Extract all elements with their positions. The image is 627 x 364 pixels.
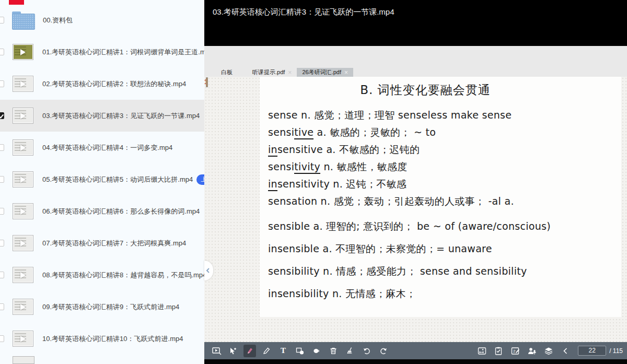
redo-icon[interactable]: [377, 345, 390, 357]
checkbox[interactable]: [0, 17, 4, 24]
file-name: 10.考研英语核心词汇精讲10：飞跃式前进.mp4: [42, 334, 183, 344]
file-name: 02.考研英语核心词汇精讲2：联想法的秘诀.mp4: [42, 79, 186, 89]
close-tab-icon[interactable]: ×: [288, 69, 292, 76]
list-item-00-folder[interactable]: 00.资料包: [0, 4, 204, 36]
clear-broom-icon[interactable]: [344, 345, 356, 357]
laser-pointer-icon[interactable]: [310, 345, 323, 357]
video-thumbnail: [13, 139, 33, 156]
file-name: 04.考研英语核心词汇精讲4：一词多变.mp4: [42, 143, 172, 152]
play-icon: [20, 177, 26, 183]
shapes-icon[interactable]: [294, 345, 306, 357]
list-item-01[interactable]: 01.考研英语核心词汇精讲1：词根词缀背单词是王道.mp4: [0, 36, 204, 68]
file-name: 07.考研英语核心词汇精讲7：大把词根真爽.mp4: [42, 239, 186, 248]
vocab-line: insensitivity n. 迟钝；不敏感: [268, 178, 614, 195]
vocab-line: sense n. 感觉；道理；理智 senseless make sense: [268, 109, 614, 126]
vocab-line: insensible a. 不理智的；未察觉的；= unaware: [268, 234, 614, 257]
player-sub-header: [204, 46, 627, 68]
pencil-icon[interactable]: [260, 345, 273, 357]
video-thumbnail: [13, 267, 33, 283]
pages-stack-icon[interactable]: [542, 345, 555, 357]
video-thumbnail: [13, 108, 33, 124]
tab-whiteboard[interactable]: 白板: [204, 68, 247, 77]
text-tool-icon[interactable]: T: [277, 345, 289, 357]
scrollbar-thumb[interactable]: [206, 77, 208, 87]
file-name: 01.考研英语核心词汇精讲1：词根词缀背单词是王道.mp4: [42, 48, 204, 57]
vocab-line: insensibility n. 无情感；麻木；: [268, 279, 614, 302]
list-item-10[interactable]: 10.考研英语核心词汇精讲10：飞跃式前进.mp4: [0, 323, 204, 355]
player-panel: 03.考研英语核心词汇精讲3：见证飞跃的一节课.mp4 白板 听课提示.pdf …: [204, 0, 627, 364]
checkbox[interactable]: [0, 335, 4, 342]
pen-tool-active-icon[interactable]: [243, 345, 256, 357]
checkbox[interactable]: [0, 144, 4, 151]
play-icon: [20, 240, 26, 246]
checkbox[interactable]: [0, 49, 4, 55]
video-thumbnail: [13, 76, 33, 92]
close-tab-icon[interactable]: ×: [344, 69, 348, 76]
vocab-line: sensation n. 感觉；轰动；引起轰动的人或事； -al a.: [268, 195, 614, 212]
list-item-08[interactable]: 08.考研英语核心词汇精讲8：越背越容易，不是吗.mp4: [0, 259, 204, 291]
checkbox-checked[interactable]: [0, 112, 4, 119]
task-clipboard-icon[interactable]: [492, 345, 505, 357]
checkbox[interactable]: [0, 208, 4, 215]
video-thumbnail: [13, 44, 33, 60]
vocab-line: insensitive a. 不敏感的；迟钝的: [268, 143, 614, 160]
vocab-line: sensible a. 理智的; 意识到的； be ~ of (aware/co…: [268, 212, 614, 234]
checkbox[interactable]: [0, 272, 4, 278]
play-icon: [20, 81, 26, 87]
list-item-07[interactable]: 07.考研英语核心词汇精讲7：大把词根真爽.mp4: [0, 227, 204, 259]
select-cursor-icon[interactable]: [227, 345, 239, 357]
file-name: 03.考研英语核心词汇精讲3：见证飞跃的一节课.mp4: [42, 111, 200, 121]
file-name: 08.考研英语核心词汇精讲8：越背越容易，不是吗.mp4: [42, 271, 204, 280]
list-item-06[interactable]: 06.考研英语核心词汇精讲6：那么多长得像的词.mp4: [0, 195, 204, 227]
checkbox[interactable]: [0, 80, 4, 87]
video-thumbnail: [13, 171, 33, 187]
participants-mic-icon[interactable]: [526, 345, 538, 357]
document-tabbar: 白板 听课提示.pdf × 26考研词汇.pdf ×: [204, 68, 627, 77]
bottom-black-strip: [204, 359, 627, 364]
list-item-09[interactable]: 09.考研英语核心词汇精讲9：飞跃式前进.mp4: [0, 291, 204, 323]
slide-title: B. 词性变化要融会贯通: [268, 82, 583, 98]
partial-next-thumbnail: [13, 356, 34, 364]
video-title: 03.考研英语核心词汇精讲3：见证飞跃的一节课.mp4: [213, 7, 394, 17]
video-thumbnail: [13, 235, 33, 251]
svg-text:2: 2: [513, 348, 516, 353]
checkbox[interactable]: [0, 176, 4, 183]
play-icon: [20, 145, 26, 151]
file-name: 05.考研英语核心词汇精讲5：动词后缀大比拼.mp4上次: [42, 174, 204, 185]
slides-play-icon[interactable]: [210, 345, 223, 357]
last-watched-badge: 上次: [196, 174, 204, 185]
checkbox[interactable]: [0, 303, 4, 310]
list-item-04[interactable]: 04.考研英语核心词汇精讲4：一词多变.mp4: [0, 132, 204, 163]
vocab-line: sensibility n. 情感；感受能力； sense and sensib…: [268, 257, 614, 279]
play-icon: [20, 336, 26, 342]
list-item-02[interactable]: 02.考研英语核心词汇精讲2：联想法的秘诀.mp4: [0, 68, 204, 100]
annotation-toolbar: T: [204, 342, 627, 359]
vocab-line: sensitive a. 敏感的；灵敏的； ~ to: [268, 126, 614, 143]
chevron-left-icon: [205, 267, 211, 274]
play-icon: [20, 49, 26, 55]
video-thumbnail: [13, 299, 33, 315]
undo-icon[interactable]: [361, 345, 373, 357]
tab-vocab-pdf-active[interactable]: 26考研词汇.pdf ×: [297, 68, 353, 77]
eraser-size-icon[interactable]: [475, 345, 488, 357]
list-item-03-selected[interactable]: 03.考研英语核心词汇精讲3：见证飞跃的一节课.mp4: [0, 100, 204, 132]
collapse-sidebar-button[interactable]: [204, 261, 213, 280]
player-header: 03.考研英语核心词汇精讲3：见证飞跃的一节课.mp4: [204, 0, 627, 46]
vocab-line: sensitivity n. 敏感性，敏感度: [268, 160, 614, 178]
list-item-05[interactable]: 05.考研英语核心词汇精讲5：动词后缀大比拼.mp4上次: [0, 163, 204, 195]
pdf-page: B. 词性变化要融会贯通 sense n. 感觉；道理；理智 senseless…: [260, 77, 621, 317]
page-number-input[interactable]: 22: [578, 346, 606, 356]
file-name: 06.考研英语核心词汇精讲6：那么多长得像的词.mp4: [42, 207, 200, 216]
file-name: 00.资料包: [43, 16, 73, 25]
file-name: 09.考研英语核心词汇精讲9：飞跃式前进.mp4: [42, 302, 179, 312]
tab-listening-tips-pdf[interactable]: 听课提示.pdf ×: [247, 68, 297, 77]
score-pen-icon[interactable]: 2: [509, 345, 521, 357]
play-icon: [20, 272, 26, 278]
checkbox[interactable]: [0, 240, 4, 246]
whiteboard-area: 1 B. 词性变化要融会贯通 sense n. 感觉；道理；理智 sensele…: [204, 77, 627, 342]
prev-page-icon[interactable]: [559, 345, 572, 357]
video-course-app: 00.资料包 01.考研英语核心词汇精讲1：词根词缀背单词是王道.mp4 02.…: [0, 0, 627, 364]
trash-icon[interactable]: [327, 345, 340, 357]
file-list: 00.资料包 01.考研英语核心词汇精讲1：词根词缀背单词是王道.mp4 02.…: [0, 4, 204, 355]
play-icon: [20, 113, 26, 119]
